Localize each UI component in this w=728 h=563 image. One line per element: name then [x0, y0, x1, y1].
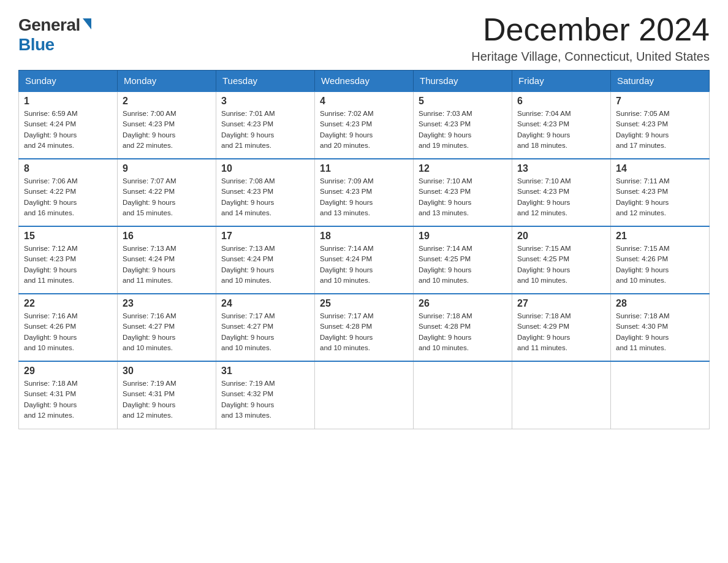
logo: General Blue — [18, 12, 91, 55]
day-info: Sunrise: 7:13 AMSunset: 4:24 PMDaylight:… — [221, 243, 309, 286]
calendar-table: SundayMondayTuesdayWednesdayThursdayFrid… — [18, 70, 710, 429]
month-title: December 2024 — [471, 12, 710, 47]
calendar-cell: 21Sunrise: 7:15 AMSunset: 4:26 PMDayligh… — [611, 226, 710, 294]
day-info: Sunrise: 7:15 AMSunset: 4:25 PMDaylight:… — [517, 243, 605, 286]
day-number: 5 — [419, 96, 507, 107]
calendar-cell: 2Sunrise: 7:00 AMSunset: 4:23 PMDaylight… — [118, 91, 216, 159]
calendar-cell — [414, 361, 512, 429]
day-info: Sunrise: 7:16 AMSunset: 4:26 PMDaylight:… — [24, 311, 112, 353]
day-info: Sunrise: 7:12 AMSunset: 4:23 PMDaylight:… — [24, 243, 112, 286]
day-info: Sunrise: 7:06 AMSunset: 4:22 PMDaylight:… — [24, 176, 112, 218]
day-info: Sunrise: 7:17 AMSunset: 4:28 PMDaylight:… — [320, 311, 408, 353]
day-info: Sunrise: 7:00 AMSunset: 4:23 PMDaylight:… — [123, 109, 211, 151]
day-info: Sunrise: 7:14 AMSunset: 4:25 PMDaylight:… — [419, 243, 507, 286]
day-number: 15 — [24, 231, 112, 242]
day-number: 9 — [123, 163, 211, 174]
calendar-cell: 20Sunrise: 7:15 AMSunset: 4:25 PMDayligh… — [512, 226, 611, 294]
calendar-cell: 27Sunrise: 7:18 AMSunset: 4:29 PMDayligh… — [512, 294, 611, 361]
calendar-header-row: SundayMondayTuesdayWednesdayThursdayFrid… — [19, 71, 710, 92]
day-number: 29 — [24, 366, 112, 377]
day-info: Sunrise: 7:01 AMSunset: 4:23 PMDaylight:… — [221, 109, 309, 151]
calendar-cell — [315, 361, 414, 429]
calendar-cell: 17Sunrise: 7:13 AMSunset: 4:24 PMDayligh… — [216, 226, 315, 294]
day-number: 11 — [320, 163, 408, 174]
day-number: 18 — [320, 231, 408, 242]
calendar-week-row-5: 29Sunrise: 7:18 AMSunset: 4:31 PMDayligh… — [19, 361, 710, 429]
logo-triangle-icon — [83, 18, 91, 29]
day-number: 25 — [320, 298, 408, 309]
day-number: 28 — [616, 298, 704, 309]
calendar-cell: 7Sunrise: 7:05 AMSunset: 4:23 PMDaylight… — [611, 91, 710, 159]
day-number: 10 — [221, 163, 309, 174]
day-info: Sunrise: 7:07 AMSunset: 4:22 PMDaylight:… — [123, 176, 211, 218]
day-info: Sunrise: 7:08 AMSunset: 4:23 PMDaylight:… — [221, 176, 309, 218]
calendar-cell: 12Sunrise: 7:10 AMSunset: 4:23 PMDayligh… — [414, 159, 512, 226]
location-title: Heritage Village, Connecticut, United St… — [471, 50, 710, 64]
day-info: Sunrise: 7:05 AMSunset: 4:23 PMDaylight:… — [616, 109, 704, 151]
page-header: General Blue December 2024 Heritage Vill… — [18, 12, 710, 64]
calendar-cell: 1Sunrise: 6:59 AMSunset: 4:24 PMDaylight… — [19, 91, 118, 159]
day-number: 16 — [123, 231, 211, 242]
day-info: Sunrise: 7:03 AMSunset: 4:23 PMDaylight:… — [419, 109, 507, 151]
calendar-cell: 5Sunrise: 7:03 AMSunset: 4:23 PMDaylight… — [414, 91, 512, 159]
day-number: 20 — [517, 231, 605, 242]
day-number: 1 — [24, 96, 112, 107]
day-info: Sunrise: 7:16 AMSunset: 4:27 PMDaylight:… — [123, 311, 211, 353]
calendar-cell: 4Sunrise: 7:02 AMSunset: 4:23 PMDaylight… — [315, 91, 414, 159]
calendar-cell: 8Sunrise: 7:06 AMSunset: 4:22 PMDaylight… — [19, 159, 118, 226]
day-info: Sunrise: 7:15 AMSunset: 4:26 PMDaylight:… — [616, 243, 704, 286]
day-info: Sunrise: 7:04 AMSunset: 4:23 PMDaylight:… — [517, 109, 605, 151]
day-info: Sunrise: 7:13 AMSunset: 4:24 PMDaylight:… — [123, 243, 211, 286]
calendar-week-row-1: 1Sunrise: 6:59 AMSunset: 4:24 PMDaylight… — [19, 91, 710, 159]
calendar-cell: 10Sunrise: 7:08 AMSunset: 4:23 PMDayligh… — [216, 159, 315, 226]
calendar-header-monday: Monday — [118, 71, 216, 92]
day-number: 6 — [517, 96, 605, 107]
day-number: 17 — [221, 231, 309, 242]
day-number: 19 — [419, 231, 507, 242]
logo-general-text: General — [18, 15, 80, 35]
day-info: Sunrise: 6:59 AMSunset: 4:24 PMDaylight:… — [24, 109, 112, 151]
calendar-cell: 24Sunrise: 7:17 AMSunset: 4:27 PMDayligh… — [216, 294, 315, 361]
day-info: Sunrise: 7:17 AMSunset: 4:27 PMDaylight:… — [221, 311, 309, 353]
day-number: 26 — [419, 298, 507, 309]
day-number: 8 — [24, 163, 112, 174]
calendar-header-saturday: Saturday — [611, 71, 710, 92]
calendar-cell: 9Sunrise: 7:07 AMSunset: 4:22 PMDaylight… — [118, 159, 216, 226]
calendar-cell: 28Sunrise: 7:18 AMSunset: 4:30 PMDayligh… — [611, 294, 710, 361]
day-number: 27 — [517, 298, 605, 309]
calendar-cell: 26Sunrise: 7:18 AMSunset: 4:28 PMDayligh… — [414, 294, 512, 361]
calendar-cell: 30Sunrise: 7:19 AMSunset: 4:31 PMDayligh… — [118, 361, 216, 429]
day-info: Sunrise: 7:18 AMSunset: 4:31 PMDaylight:… — [24, 378, 112, 421]
day-number: 21 — [616, 231, 704, 242]
title-area: December 2024 Heritage Village, Connecti… — [471, 12, 710, 64]
calendar-cell: 13Sunrise: 7:10 AMSunset: 4:23 PMDayligh… — [512, 159, 611, 226]
logo-blue-text: Blue — [18, 35, 55, 55]
day-number: 7 — [616, 96, 704, 107]
day-info: Sunrise: 7:09 AMSunset: 4:23 PMDaylight:… — [320, 176, 408, 218]
calendar-header-thursday: Thursday — [414, 71, 512, 92]
calendar-cell — [512, 361, 611, 429]
calendar-cell: 18Sunrise: 7:14 AMSunset: 4:24 PMDayligh… — [315, 226, 414, 294]
calendar-cell: 14Sunrise: 7:11 AMSunset: 4:23 PMDayligh… — [611, 159, 710, 226]
calendar-week-row-2: 8Sunrise: 7:06 AMSunset: 4:22 PMDaylight… — [19, 159, 710, 226]
calendar-cell: 29Sunrise: 7:18 AMSunset: 4:31 PMDayligh… — [19, 361, 118, 429]
calendar-cell: 31Sunrise: 7:19 AMSunset: 4:32 PMDayligh… — [216, 361, 315, 429]
calendar-cell: 22Sunrise: 7:16 AMSunset: 4:26 PMDayligh… — [19, 294, 118, 361]
day-number: 12 — [419, 163, 507, 174]
calendar-header-friday: Friday — [512, 71, 611, 92]
calendar-cell: 15Sunrise: 7:12 AMSunset: 4:23 PMDayligh… — [19, 226, 118, 294]
day-info: Sunrise: 7:19 AMSunset: 4:32 PMDaylight:… — [221, 378, 309, 421]
day-number: 13 — [517, 163, 605, 174]
calendar-header-sunday: Sunday — [19, 71, 118, 92]
day-number: 2 — [123, 96, 211, 107]
calendar-cell — [611, 361, 710, 429]
day-number: 4 — [320, 96, 408, 107]
day-number: 30 — [123, 366, 211, 377]
day-info: Sunrise: 7:10 AMSunset: 4:23 PMDaylight:… — [419, 176, 507, 218]
calendar-header-wednesday: Wednesday — [315, 71, 414, 92]
calendar-cell: 16Sunrise: 7:13 AMSunset: 4:24 PMDayligh… — [118, 226, 216, 294]
day-info: Sunrise: 7:19 AMSunset: 4:31 PMDaylight:… — [123, 378, 211, 421]
day-info: Sunrise: 7:11 AMSunset: 4:23 PMDaylight:… — [616, 176, 704, 218]
day-info: Sunrise: 7:18 AMSunset: 4:29 PMDaylight:… — [517, 311, 605, 353]
calendar-cell: 23Sunrise: 7:16 AMSunset: 4:27 PMDayligh… — [118, 294, 216, 361]
